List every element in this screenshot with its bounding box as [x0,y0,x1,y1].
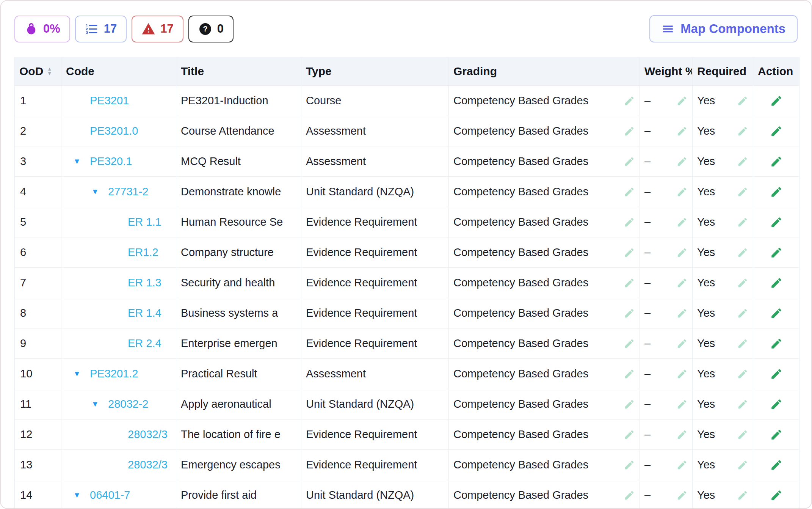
edit-required-icon[interactable] [737,217,748,228]
action-cell [753,237,799,268]
edit-row-icon[interactable] [770,489,783,502]
edit-required-icon[interactable] [737,156,748,167]
code-link[interactable]: ER 2.4 [128,337,161,350]
code-cell: PE3201.0 [61,116,176,146]
action-cell [753,389,799,419]
edit-row-icon[interactable] [770,459,783,471]
edit-required-icon[interactable] [737,429,748,440]
edit-grading-icon[interactable] [624,459,635,471]
column-header-title: Title [176,57,301,86]
code-link[interactable]: ER 1.3 [128,276,161,289]
edit-row-icon[interactable] [770,185,783,198]
table-row: 10 ▼ PE3201.2 Practical Result Assessmen… [15,359,799,389]
edit-grading-icon[interactable] [624,247,635,258]
edit-grading-icon[interactable] [624,399,635,410]
edit-row-icon[interactable] [770,337,783,350]
edit-grading-icon[interactable] [624,126,635,137]
edit-required-icon[interactable] [737,459,748,471]
code-link[interactable]: 28032/3 [128,428,168,441]
code-link[interactable]: PE3201 [90,94,129,107]
required-cell: Yes [693,237,753,268]
edit-row-icon[interactable] [770,125,783,138]
edit-row-icon[interactable] [770,398,783,411]
code-link[interactable]: 28032-2 [108,398,148,410]
expand-toggle-icon[interactable]: ▼ [89,400,108,408]
expand-toggle-icon[interactable]: ▼ [71,491,90,500]
edit-grading-icon[interactable] [624,156,635,167]
edit-weight-icon[interactable] [676,399,688,410]
edit-grading-icon[interactable] [624,368,635,380]
edit-row-icon[interactable] [770,155,783,168]
code-link[interactable]: 27731-2 [108,185,148,198]
action-cell [753,146,799,177]
edit-required-icon[interactable] [737,308,748,319]
edit-row-icon[interactable] [770,307,783,320]
column-header-ood[interactable]: OoD ▲▼ [15,57,61,86]
code-link[interactable]: ER 1.1 [128,216,161,228]
edit-weight-icon[interactable] [676,126,688,137]
edit-grading-icon[interactable] [624,308,635,319]
weight-cell: – [640,298,693,328]
map-components-button[interactable]: Map Components [649,15,798,42]
edit-row-icon[interactable] [770,368,783,380]
edit-row-icon[interactable] [770,428,783,441]
title-cell: Demonstrate knowle [176,177,301,207]
code-link[interactable]: 28032/3 [128,459,168,471]
edit-row-icon[interactable] [770,276,783,289]
code-cell: 28032/3 [61,419,176,450]
code-link[interactable]: PE3201.2 [90,368,138,380]
code-cell: ER1.2 [61,237,176,268]
edit-weight-icon[interactable] [676,95,688,107]
edit-required-icon[interactable] [737,247,748,258]
edit-weight-icon[interactable] [676,429,688,440]
edit-grading-icon[interactable] [624,95,635,107]
ood-cell: 14 [15,480,61,509]
edit-required-icon[interactable] [737,368,748,380]
edit-required-icon[interactable] [737,338,748,349]
edit-row-icon[interactable] [770,246,783,259]
edit-grading-icon[interactable] [624,217,635,228]
edit-grading-icon[interactable] [624,429,635,440]
title-cell: Company structure [176,237,301,268]
edit-required-icon[interactable] [737,126,748,137]
expand-toggle-icon[interactable]: ▼ [71,369,90,378]
edit-weight-icon[interactable] [676,277,688,289]
edit-required-icon[interactable] [737,399,748,410]
title-cell: PE3201-Induction [176,86,301,116]
table-row: 3 ▼ PE320.1 MCQ Result Assessment Compet… [15,146,799,177]
sort-icon[interactable]: ▲▼ [47,67,52,76]
grading-cell: Competency Based Grades [449,419,640,450]
edit-required-icon[interactable] [737,95,748,107]
code-link[interactable]: ER 1.4 [128,307,161,319]
edit-required-icon[interactable] [737,186,748,198]
edit-weight-icon[interactable] [676,308,688,319]
question-badge[interactable]: ?0 [188,16,234,42]
edit-grading-icon[interactable] [624,490,635,501]
edit-weight-icon[interactable] [676,247,688,258]
edit-row-icon[interactable] [770,216,783,229]
edit-weight-icon[interactable] [676,338,688,349]
edit-weight-icon[interactable] [676,156,688,167]
expand-toggle-icon[interactable]: ▼ [71,157,90,166]
edit-weight-icon[interactable] [676,459,688,471]
code-link[interactable]: PE320.1 [90,155,132,168]
edit-grading-icon[interactable] [624,186,635,198]
table-row: 4 ▼ 27731-2 Demonstrate knowle Unit Stan… [15,177,799,207]
weight-badge[interactable]: 0% [14,16,70,42]
type-cell: Unit Standard (NZQA) [301,480,449,509]
edit-required-icon[interactable] [737,277,748,289]
code-link[interactable]: ER1.2 [128,246,158,259]
code-link[interactable]: 06401-7 [90,489,130,501]
count-badge[interactable]: 17 [75,16,127,42]
warning-badge[interactable]: 17 [132,16,183,42]
edit-weight-icon[interactable] [676,186,688,198]
edit-grading-icon[interactable] [624,338,635,349]
edit-weight-icon[interactable] [676,490,688,501]
edit-required-icon[interactable] [737,490,748,501]
edit-weight-icon[interactable] [676,217,688,228]
expand-toggle-icon[interactable]: ▼ [89,187,108,196]
edit-grading-icon[interactable] [624,277,635,289]
code-link[interactable]: PE3201.0 [90,125,138,137]
edit-weight-icon[interactable] [676,368,688,380]
edit-row-icon[interactable] [770,94,783,107]
